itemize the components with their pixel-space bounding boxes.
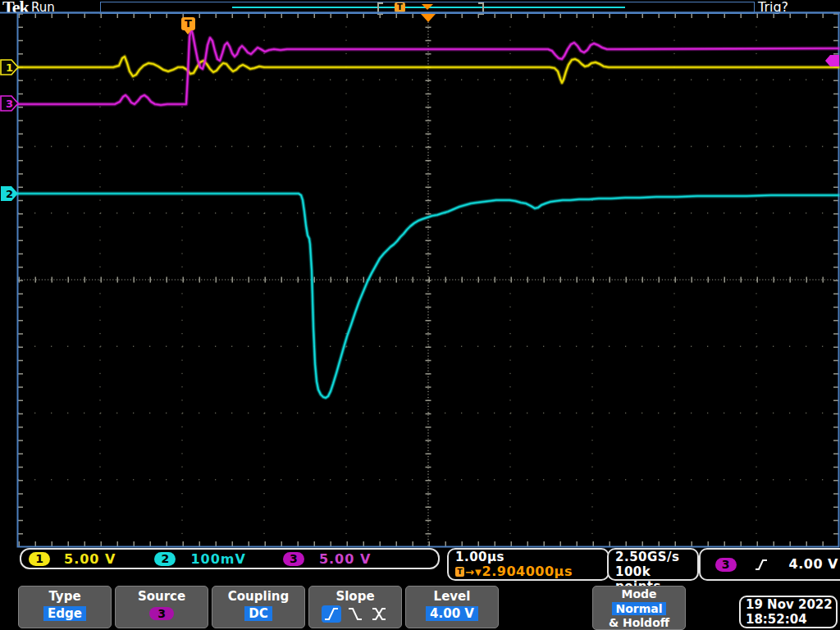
trace-channel-2 xyxy=(18,194,838,398)
trigger-source-badge: 3 xyxy=(715,558,737,572)
right-arrow-icon: → xyxy=(465,566,474,578)
channel-2-scale: 100mV xyxy=(190,551,245,567)
down-triangle-icon: ▼ xyxy=(475,568,482,577)
trigger-slope-rising-icon xyxy=(755,558,768,572)
acquisition-readout-box: 2.50GS/s 100k points xyxy=(607,548,699,581)
channel-1-scale: 5.00 V xyxy=(64,551,116,567)
trace-channel-2 xyxy=(18,194,838,398)
graticule-display: 1 3 2 xyxy=(0,0,840,630)
datetime-box: 19 Nov 2022 18:52:04 xyxy=(739,596,838,628)
slope-falling-icon[interactable] xyxy=(345,605,365,623)
svg-text:3: 3 xyxy=(6,98,13,110)
channel-3-badge[interactable]: 3 xyxy=(283,552,304,566)
channel-3-scale: 5.00 V xyxy=(319,551,371,567)
channel-readout-box: 1 5.00 V 2 100mV 3 5.00 V xyxy=(20,548,440,569)
level-label: Level xyxy=(406,589,498,604)
menu-button-slope[interactable]: Slope xyxy=(308,586,402,628)
mode-label: Mode xyxy=(593,587,685,600)
channel-2-badge[interactable]: 2 xyxy=(154,552,176,566)
menu-button-mode[interactable]: Mode Normal & Holdoff xyxy=(592,586,686,630)
channel-1-marker[interactable]: 1 xyxy=(1,60,18,75)
trigger-position-triangle-icon[interactable] xyxy=(421,14,436,22)
channel-2-marker[interactable]: 2 xyxy=(1,186,18,201)
channel-1-badge[interactable]: 1 xyxy=(29,552,50,566)
trigger-point-badge[interactable]: T xyxy=(181,17,195,30)
svg-text:2: 2 xyxy=(6,188,13,200)
sample-rate-value: 2.50GS/s xyxy=(615,550,697,564)
trigger-level-value: 4.00 V xyxy=(789,557,838,572)
channel-3-marker[interactable]: 3 xyxy=(1,96,18,111)
trigger-time-value: 2.904000µs xyxy=(482,564,573,579)
coupling-value: DC xyxy=(244,606,272,621)
svg-text:1: 1 xyxy=(6,62,13,74)
source-value-badge: 3 xyxy=(149,607,174,620)
oscilloscope-screen: Tek Run T Trig? xyxy=(0,0,840,630)
level-value: 4.00 V xyxy=(426,606,478,621)
mode-value2: & Holdoff xyxy=(593,616,685,629)
mode-value: Normal xyxy=(612,602,665,615)
type-label: Type xyxy=(19,589,111,604)
timebase-value: 1.00µs xyxy=(455,550,608,564)
date-text: 19 Nov 2022 xyxy=(746,597,836,612)
type-value: Edge xyxy=(43,606,86,621)
trigger-level-arrow-icon[interactable] xyxy=(825,55,839,66)
graticule-center-axes xyxy=(18,13,838,546)
trace-channel-2 xyxy=(18,194,838,398)
menu-button-level[interactable]: Level 4.00 V xyxy=(405,586,499,628)
horizontal-readout-box: 1.00µs T→▼2.904000µs xyxy=(447,548,609,581)
menu-button-type[interactable]: Type Edge xyxy=(18,586,112,628)
coupling-label: Coupling xyxy=(212,589,304,604)
trigger-time-t-icon: T xyxy=(455,567,464,577)
slope-either-icon[interactable] xyxy=(369,605,389,623)
trigger-readout-box: 3 4.00 V xyxy=(699,548,840,581)
slope-label: Slope xyxy=(309,589,401,604)
menu-button-coupling[interactable]: Coupling DC xyxy=(212,586,305,628)
time-text: 18:52:04 xyxy=(746,612,836,627)
source-label: Source xyxy=(116,589,208,604)
slope-rising-icon[interactable] xyxy=(322,605,341,623)
menu-button-source[interactable]: Source 3 xyxy=(115,586,208,628)
